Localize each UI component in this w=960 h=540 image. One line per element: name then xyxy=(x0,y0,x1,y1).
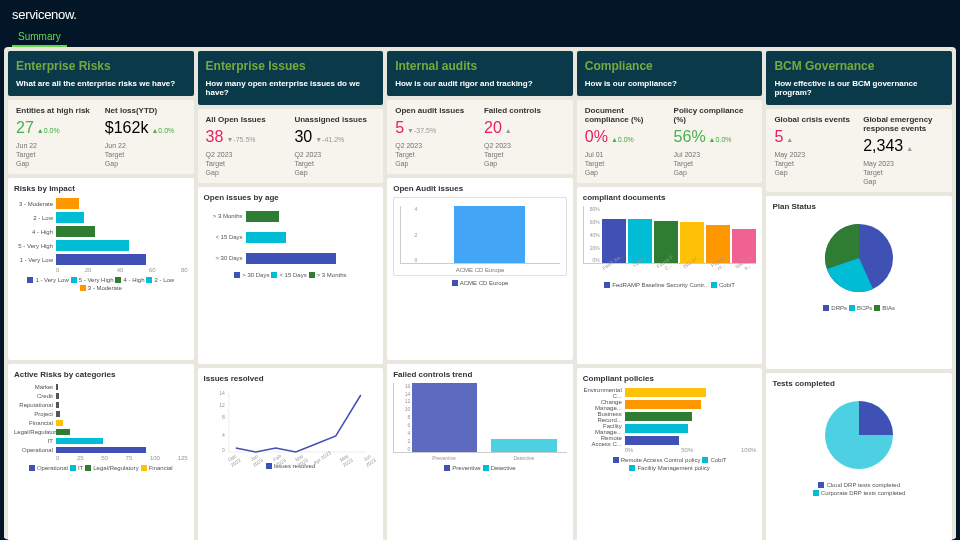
legend-item[interactable]: FedRAMP Baseline Security Contr... xyxy=(604,282,709,288)
legend-item[interactable]: BCPs xyxy=(849,305,872,311)
bar[interactable] xyxy=(625,388,706,397)
legend-item[interactable]: Legal/Regulatory xyxy=(85,465,138,471)
tab-summary[interactable]: Summary xyxy=(12,28,67,47)
legend-item[interactable]: > 30 Days xyxy=(234,272,269,278)
bar-label: 2 - Low xyxy=(14,215,56,221)
column: BCM GovernanceHow effective is our BCM g… xyxy=(766,51,952,540)
metric[interactable]: Document compliance (%)0%▲0.0%Jul 01Targ… xyxy=(585,106,666,177)
metric-label: Global emergency response events xyxy=(863,115,944,133)
legend-item[interactable]: > 3 Months xyxy=(309,272,347,278)
legend-item[interactable]: 4 - High xyxy=(115,277,144,283)
bar[interactable] xyxy=(56,212,84,223)
bar[interactable] xyxy=(56,429,70,435)
bar-row: Financial xyxy=(14,419,188,427)
metric-value: 0% xyxy=(585,128,608,146)
metric[interactable]: Open audit issues5▼-37.5%Q2 2023TargetGa… xyxy=(395,106,476,168)
legend-item[interactable]: Financial xyxy=(141,465,173,471)
legend-item[interactable]: 2 - Low xyxy=(146,277,174,283)
legend-item[interactable]: ACME CD Europe xyxy=(452,280,509,286)
metric-trend: ▲ xyxy=(505,127,512,134)
bar-label: IT xyxy=(14,438,56,444)
legend-item[interactable]: CobiT xyxy=(702,457,726,463)
bar-label: Reputational xyxy=(14,402,56,408)
metric-value: 56% xyxy=(674,128,706,146)
legend: 1 - Very Low5 - Very High4 - High2 - Low… xyxy=(14,277,188,291)
bar[interactable] xyxy=(412,383,477,452)
bar[interactable] xyxy=(56,226,95,237)
metric[interactable]: Global crisis events5▲May 2023TargetGap xyxy=(774,115,855,186)
chart-card: Plan StatusDRPsBCPsBIAs xyxy=(766,196,952,368)
bar[interactable] xyxy=(625,436,679,445)
bar-label: Change Manage... xyxy=(583,399,625,411)
metric[interactable]: Global emergency response events2,343▲Ma… xyxy=(863,115,944,186)
metric-label: Global crisis events xyxy=(774,115,855,124)
bar[interactable] xyxy=(56,384,58,390)
legend-item[interactable]: Preventive xyxy=(444,465,480,471)
chart-title: Active Risks by categories xyxy=(14,370,188,379)
metric[interactable]: Unassigned issues30▼-41.2%Q2 2023TargetG… xyxy=(294,115,375,177)
bar[interactable] xyxy=(56,411,60,417)
legend-item[interactable]: Facility Management policy xyxy=(629,465,709,471)
bar[interactable] xyxy=(246,253,336,264)
legend-item[interactable]: 5 - Very High xyxy=(71,277,114,283)
bar[interactable] xyxy=(56,447,146,453)
column-subtitle: How many open enterprise issues do we ha… xyxy=(206,79,376,97)
bar[interactable] xyxy=(491,439,556,452)
metric-footer: Q2 2023TargetGap xyxy=(484,141,565,168)
legend-item[interactable]: Corporate DRP tests completed xyxy=(813,490,906,496)
bar[interactable] xyxy=(56,254,146,265)
metric-footer: Jul 2023TargetGap xyxy=(674,150,755,177)
pie-chart[interactable] xyxy=(820,396,898,474)
chart-card: Risks by Impact3 - Moderate2 - Low4 - Hi… xyxy=(8,178,194,359)
bar-label: 1 - Very Low xyxy=(14,257,56,263)
legend-item[interactable]: Detective xyxy=(483,465,516,471)
bar[interactable] xyxy=(625,412,693,421)
bar-label: Market xyxy=(14,384,56,390)
x-axis: 020406080 xyxy=(14,267,188,273)
metric[interactable]: Failed controls20▲Q2 2023TargetGap xyxy=(484,106,565,168)
bar[interactable] xyxy=(56,402,59,408)
bar-label: Operational xyxy=(14,447,56,453)
bar-label: 3 - Moderate xyxy=(14,201,56,207)
bar[interactable] xyxy=(625,400,702,409)
metric-trend: ▲0.0% xyxy=(709,136,732,143)
legend-item[interactable]: Operational xyxy=(29,465,68,471)
line-chart[interactable]: 1412840Dec 2022Jan 2023Feb 2023Mar 2023A… xyxy=(204,387,378,459)
bar[interactable] xyxy=(246,211,280,222)
legend-item[interactable]: 1 - Very Low xyxy=(27,277,68,283)
chart-card: Active Risks by categoriesMarketCreditRe… xyxy=(8,364,194,540)
legend-item[interactable]: BIAs xyxy=(874,305,895,311)
bar-row: 1 - Very Low xyxy=(14,253,188,266)
legend-item[interactable]: 3 - Moderate xyxy=(80,285,122,291)
metric[interactable]: Net loss(YTD)$162k▲0.0%Jun 22TargetGap xyxy=(105,106,186,168)
metric-value: 30 xyxy=(294,128,312,146)
bar[interactable] xyxy=(625,424,688,433)
bar[interactable] xyxy=(246,232,287,243)
legend-item[interactable]: CobiT xyxy=(711,282,735,288)
metric-value: 27 xyxy=(16,119,34,137)
bar[interactable] xyxy=(454,206,524,263)
bar[interactable] xyxy=(56,393,59,399)
legend: Cloud DRP tests completedCorporate DRP t… xyxy=(772,482,946,496)
bar[interactable] xyxy=(56,240,129,251)
bar[interactable] xyxy=(56,198,79,209)
bar-label: < 15 Days xyxy=(204,234,246,240)
app-header: servicenow. xyxy=(0,0,960,28)
bar[interactable] xyxy=(56,438,103,444)
legend-item[interactable]: < 15 Days xyxy=(271,272,306,278)
chart-title: Tests completed xyxy=(772,379,946,388)
pie-chart[interactable] xyxy=(820,219,898,297)
metric[interactable]: Entities at high risk27▲0.0%Jun 22Target… xyxy=(16,106,97,168)
legend-item[interactable]: IT xyxy=(70,465,83,471)
legend-item[interactable]: Remote Access Control policy xyxy=(613,457,701,463)
chart-title: Plan Status xyxy=(772,202,946,211)
legend-item[interactable]: Cloud DRP tests completed xyxy=(818,482,900,488)
svg-text:8: 8 xyxy=(222,414,225,420)
x-axis: Dec 2022Jan 2023Feb 2023Mar 2023Apr 2023… xyxy=(204,461,378,473)
bar[interactable] xyxy=(56,420,63,426)
metric[interactable]: Policy compliance (%)56%▲0.0%Jul 2023Tar… xyxy=(674,106,755,177)
bar-row: > 3 Months xyxy=(204,206,378,226)
metric[interactable]: All Open Issues38▼-75.5%Q2 2023TargetGap xyxy=(206,115,287,177)
metric-trend: ▲0.0% xyxy=(37,127,60,134)
legend-item[interactable]: DRPs xyxy=(823,305,847,311)
